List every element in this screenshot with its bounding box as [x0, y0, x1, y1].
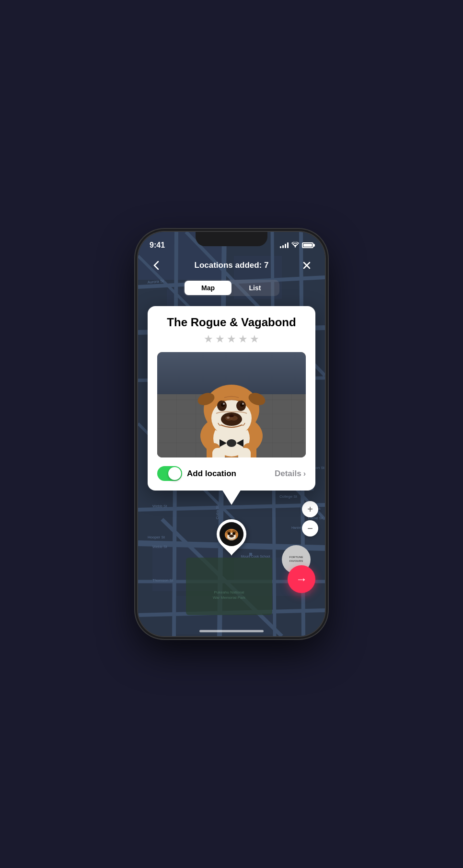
toggle-label: Add location — [187, 469, 236, 479]
signal-icon — [280, 242, 289, 248]
notch — [196, 232, 267, 246]
tab-map[interactable]: Map — [185, 281, 232, 295]
svg-point-87 — [228, 532, 231, 535]
svg-text:Webb St: Webb St — [152, 545, 167, 549]
svg-rect-60 — [212, 448, 225, 457]
svg-text:Webb St: Webb St — [152, 504, 167, 508]
svg-text:Cuba St: Cuba St — [215, 505, 220, 519]
home-indicator — [199, 630, 264, 632]
svg-point-51 — [295, 246, 296, 247]
zoom-out-button[interactable]: − — [302, 520, 318, 537]
add-location-toggle[interactable] — [157, 466, 182, 481]
svg-rect-26 — [186, 558, 272, 615]
tab-list[interactable]: List — [232, 281, 278, 295]
next-fab-button[interactable]: → — [288, 565, 315, 593]
signal-bar-3 — [285, 244, 286, 248]
svg-point-72 — [223, 403, 225, 405]
svg-point-77 — [229, 414, 234, 417]
app-header: Locations added: 7 — [138, 253, 325, 278]
toggle-row: Add location — [157, 466, 236, 481]
star-5: ★ — [250, 333, 259, 345]
phone-frame: Pukeahu National War Memorial Park Auror… — [138, 232, 325, 636]
svg-text:Pukeahu National: Pukeahu National — [214, 590, 244, 594]
svg-point-81 — [227, 439, 236, 447]
wifi-icon — [291, 241, 299, 249]
svg-text:Hanini: Hanini — [291, 526, 301, 529]
svg-rect-41 — [249, 553, 252, 556]
svg-point-88 — [232, 532, 235, 535]
toggle-knob — [168, 467, 181, 480]
battery-icon — [302, 242, 313, 248]
signal-bar-4 — [287, 242, 289, 248]
battery-fill — [303, 244, 312, 247]
segment-control: Map List — [184, 280, 279, 296]
star-rating: ★ ★ ★ ★ ★ — [157, 333, 306, 345]
header-title: Locations added: 7 — [195, 261, 269, 270]
close-button[interactable] — [298, 257, 315, 274]
svg-point-73 — [242, 403, 244, 405]
phone-screen: Pukeahu National War Memorial Park Auror… — [138, 232, 325, 636]
next-arrow-icon: → — [296, 572, 307, 586]
svg-point-78 — [227, 417, 230, 419]
svg-point-89 — [229, 535, 234, 537]
main-map-marker[interactable] — [217, 519, 246, 556]
status-icons — [280, 241, 313, 249]
star-1: ★ — [204, 333, 213, 345]
svg-text:War Memorial Park: War Memorial Park — [213, 595, 246, 600]
card-pointer — [222, 490, 241, 505]
bulldog-image — [157, 352, 306, 457]
svg-text:College St: College St — [279, 494, 298, 499]
svg-text:Hooper St: Hooper St — [148, 535, 165, 539]
star-4: ★ — [238, 333, 248, 345]
star-2: ★ — [215, 333, 225, 345]
venue-image — [157, 352, 306, 457]
card-actions: Add location Details › — [157, 466, 306, 481]
details-label: Details — [275, 469, 301, 479]
venue-name: The Rogue & Vagabond — [157, 316, 306, 329]
star-3: ★ — [227, 333, 236, 345]
status-time: 9:41 — [150, 241, 165, 250]
zoom-in-button[interactable]: + — [302, 501, 318, 517]
back-button[interactable] — [148, 257, 165, 274]
svg-text:Thomson St: Thomson St — [152, 578, 174, 582]
secondary-marker-label: FORTUNEFAVOURS — [289, 556, 303, 563]
signal-bar-1 — [280, 246, 281, 248]
svg-rect-62 — [238, 448, 251, 457]
chevron-right-icon: › — [303, 469, 306, 478]
details-link[interactable]: Details › — [275, 469, 306, 479]
location-card: The Rogue & Vagabond ★ ★ ★ ★ ★ — [148, 306, 315, 491]
signal-bar-2 — [282, 245, 284, 248]
bulldog-bg — [157, 352, 306, 457]
